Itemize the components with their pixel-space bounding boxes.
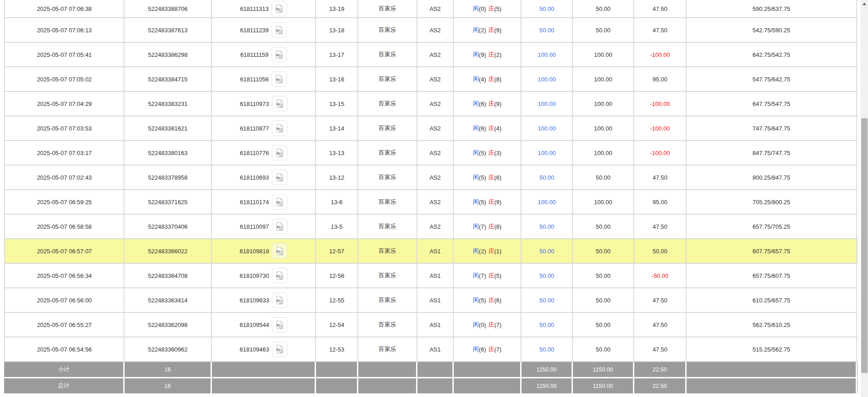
video-file-icon — [275, 246, 285, 256]
bet-amount-link[interactable]: 50.00 — [539, 322, 554, 328]
player-score: (6) — [479, 125, 486, 132]
table-name-text: AS2 — [430, 27, 441, 34]
valid-amount-text: 50.00 — [596, 223, 611, 230]
cell-result: 闲(7)庄(5) — [454, 264, 522, 287]
table-row: 2025-05-07 07:05:02 522483384715 6181110… — [4, 67, 858, 92]
cell-bet-id: 522483364708 — [125, 264, 212, 287]
table-row: 2025-05-07 06:56:34 522483364708 6181097… — [4, 264, 858, 288]
table-row: 2025-05-07 07:04:29 522483383231 6181109… — [4, 92, 858, 116]
scroll-up-button[interactable] — [861, 0, 868, 8]
round-no-text: 12-57 — [329, 248, 344, 255]
player-label: 闲 — [473, 5, 479, 13]
banker-score: (8) — [494, 76, 502, 83]
cell-balance: 705.25/800.25 — [687, 190, 857, 214]
bet-amount-link[interactable]: 50.00 — [539, 248, 554, 255]
cell-win-loss: 50.00 — [634, 239, 687, 263]
cell-bet-time: 2025-05-07 07:04:29 — [4, 92, 125, 116]
table-name-text: AS2 — [430, 199, 441, 206]
cell-round-no: 13-19 — [316, 0, 358, 17]
cell-win-loss: -100.00 — [634, 141, 687, 165]
cell-balance: 847.75/747.75 — [687, 141, 857, 165]
player-score: (6) — [479, 101, 486, 107]
cell-table-name: AS1 — [417, 337, 454, 361]
video-replay-button[interactable] — [271, 47, 287, 62]
video-file-icon — [275, 221, 285, 231]
game-type-text: 百家乐 — [379, 198, 396, 206]
cell-table-name: AS2 — [417, 215, 454, 238]
cell-valid-amount: 50.00 — [573, 18, 634, 42]
bet-amount-link[interactable]: 50.00 — [539, 174, 554, 181]
player-label: 闲 — [473, 296, 479, 304]
subtotal-valid-total: 1150.00 — [573, 362, 634, 377]
round-id-text: 618110973 — [240, 101, 269, 107]
cell-win-loss: -100.00 — [634, 92, 687, 116]
bet-amount-link[interactable]: 100.00 — [538, 51, 556, 58]
bet-amount-link[interactable]: 50.00 — [539, 5, 554, 12]
bet-amount-link[interactable]: 50.00 — [539, 346, 554, 353]
total-empty-cell — [316, 378, 358, 393]
cell-bet-amount: 50.00 — [522, 288, 573, 312]
up-arrow-icon — [863, 3, 866, 5]
round-id-text: 618109633 — [240, 297, 269, 304]
cell-round-id: 618110097 — [212, 215, 316, 238]
banker-label: 庄 — [488, 321, 494, 329]
cell-table-name: AS2 — [417, 141, 454, 165]
bet-time-text: 2025-05-07 07:03:53 — [37, 125, 92, 132]
video-replay-button[interactable] — [271, 22, 287, 38]
cell-bet-amount: 50.00 — [522, 239, 573, 263]
video-replay-button[interactable] — [272, 170, 287, 185]
table-name-text: AS1 — [430, 272, 441, 279]
cell-bet-id: 522483370406 — [125, 215, 212, 238]
cell-bet-amount: 50.00 — [522, 337, 573, 361]
cell-game-type: 百家乐 — [358, 264, 417, 287]
video-replay-button[interactable] — [272, 292, 287, 308]
video-replay-button[interactable] — [272, 145, 287, 161]
bet-amount-link[interactable]: 100.00 — [538, 150, 556, 156]
cell-balance: 610.25/657.75 — [687, 288, 857, 312]
vertical-scrollbar[interactable] — [861, 0, 868, 397]
game-type-text: 百家乐 — [379, 5, 396, 13]
bet-amount-link[interactable]: 50.00 — [539, 297, 554, 304]
cell-result: 闲(5)庄(6) — [454, 166, 522, 189]
bet-amount-link[interactable]: 100.00 — [538, 125, 556, 132]
bet-amount-link[interactable]: 100.00 — [538, 101, 556, 107]
table-name-text: AS2 — [430, 223, 441, 230]
banker-score: (2) — [494, 51, 502, 58]
table-body: 2025-05-07 07:06:38 522483388706 6181113… — [4, 0, 858, 362]
subtotal-empty-cell — [358, 362, 417, 377]
scrollbar-thumb[interactable] — [861, 118, 868, 373]
video-replay-button[interactable] — [271, 1, 287, 16]
video-replay-button[interactable] — [272, 268, 287, 283]
cell-valid-amount: 100.00 — [573, 67, 634, 91]
cell-win-loss: -100.00 — [634, 116, 687, 140]
bet-amount-link[interactable]: 50.00 — [539, 27, 554, 34]
banker-label: 庄 — [488, 345, 494, 353]
cell-bet-time: 2025-05-07 07:05:02 — [4, 67, 125, 91]
video-replay-button[interactable] — [272, 243, 287, 259]
cell-game-type: 百家乐 — [358, 67, 417, 91]
video-replay-button[interactable] — [272, 317, 287, 332]
subtotal-row: 小计 16 1150.00 1150.00 22.50 — [4, 362, 858, 378]
video-replay-button[interactable] — [272, 194, 287, 210]
video-replay-button[interactable] — [272, 121, 287, 136]
cell-bet-time: 2025-05-07 06:55:27 — [4, 313, 125, 337]
bet-amount-link[interactable]: 100.00 — [538, 76, 556, 83]
win-loss-text: 50.00 — [652, 248, 667, 255]
video-replay-button[interactable] — [272, 96, 287, 111]
video-replay-button[interactable] — [272, 342, 287, 357]
bet-amount-link[interactable]: 100.00 — [538, 199, 556, 206]
cell-bet-id: 522483387613 — [125, 18, 212, 42]
cell-balance: 607.75/657.75 — [687, 239, 857, 263]
banker-label: 庄 — [488, 50, 494, 59]
cell-balance: 657.75/705.25 — [687, 215, 857, 238]
video-replay-button[interactable] — [272, 219, 287, 234]
bet-amount-link[interactable]: 50.00 — [539, 223, 554, 230]
cell-round-id: 618110776 — [212, 141, 316, 165]
cell-table-name: AS1 — [417, 313, 454, 337]
bet-amount-link[interactable]: 50.00 — [539, 272, 554, 279]
cell-bet-time: 2025-05-07 06:56:00 — [4, 288, 125, 312]
video-file-icon — [275, 320, 285, 330]
table-row: 2025-05-07 07:03:17 522483380163 6181107… — [4, 141, 858, 166]
video-replay-button[interactable] — [271, 71, 287, 87]
bet-id-text: 522483360962 — [148, 346, 188, 353]
